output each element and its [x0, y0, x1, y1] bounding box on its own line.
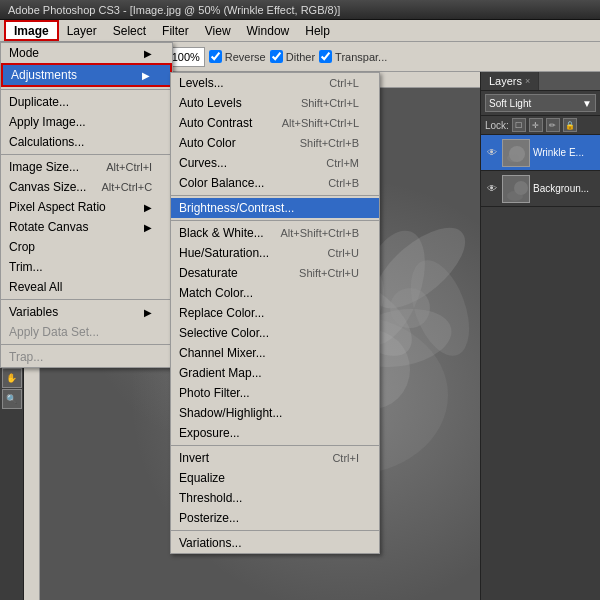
menu-image[interactable]: Image: [4, 20, 59, 41]
menu-entry-pixel-aspect[interactable]: Pixel Aspect Ratio ▶: [1, 197, 172, 217]
submenu-selective-color[interactable]: Selective Color...: [171, 323, 379, 343]
menu-entry-image-size[interactable]: Image Size... Alt+Ctrl+I: [1, 157, 172, 177]
menu-entry-variables[interactable]: Variables ▶: [1, 302, 172, 322]
submenu-invert[interactable]: Invert Ctrl+I: [171, 448, 379, 468]
auto-color-shortcut: Shift+Ctrl+B: [300, 137, 359, 149]
blend-dropdown-arrow: ▼: [582, 98, 592, 109]
submenu-sep-3: [171, 445, 379, 446]
mode-arrow-icon: ▶: [144, 48, 152, 59]
lock-icon-paint[interactable]: ✏: [546, 118, 560, 132]
menu-entry-reveal-all[interactable]: Reveal All: [1, 277, 172, 297]
menu-sep-3: [1, 299, 172, 300]
submenu-black-white[interactable]: Black & White... Alt+Shift+Ctrl+B: [171, 223, 379, 243]
transparency-checkbox[interactable]: [319, 50, 332, 63]
menu-layer[interactable]: Layer: [59, 20, 105, 41]
submenu-threshold[interactable]: Threshold...: [171, 488, 379, 508]
submenu-replace-color[interactable]: Replace Color...: [171, 303, 379, 323]
submenu-equalize[interactable]: Equalize: [171, 468, 379, 488]
submenu-hue-saturation[interactable]: Hue/Saturation... Ctrl+U: [171, 243, 379, 263]
menu-sep-1: [1, 89, 172, 90]
submenu-photo-filter[interactable]: Photo Filter...: [171, 383, 379, 403]
tool-zoom[interactable]: 🔍: [2, 389, 22, 409]
menu-entry-adjustments[interactable]: Adjustments ▶: [1, 63, 172, 87]
submenu-variations[interactable]: Variations...: [171, 533, 379, 553]
submenu-gradient-map[interactable]: Gradient Map...: [171, 363, 379, 383]
submenu-exposure[interactable]: Exposure...: [171, 423, 379, 443]
menu-view[interactable]: View: [197, 20, 239, 41]
submenu-curves[interactable]: Curves... Ctrl+M: [171, 153, 379, 173]
lock-icon-move[interactable]: ✛: [529, 118, 543, 132]
color-balance-shortcut: Ctrl+B: [328, 177, 359, 189]
layers-list: 👁 Wrinkle E... 👁: [481, 135, 600, 207]
submenu-channel-mixer[interactable]: Channel Mixer...: [171, 343, 379, 363]
invert-shortcut: Ctrl+I: [332, 452, 359, 464]
lock-bar: Lock: ☐ ✛ ✏ 🔒: [481, 116, 600, 135]
submenu-brightness-contrast[interactable]: Brightness/Contrast...: [171, 198, 379, 218]
submenu-auto-contrast[interactable]: Auto Contrast Alt+Shift+Ctrl+L: [171, 113, 379, 133]
desaturate-shortcut: Shift+Ctrl+U: [299, 267, 359, 279]
submenu-desaturate[interactable]: Desaturate Shift+Ctrl+U: [171, 263, 379, 283]
image-size-shortcut: Alt+Ctrl+I: [106, 161, 152, 173]
submenu-auto-levels[interactable]: Auto Levels Shift+Ctrl+L: [171, 93, 379, 113]
menu-entry-duplicate[interactable]: Duplicate...: [1, 92, 172, 112]
svg-point-13: [507, 154, 519, 162]
title-text: Adobe Photoshop CS3 - [Image.jpg @ 50% (…: [8, 4, 340, 16]
menu-bar: Image Layer Select Filter View Window He…: [0, 20, 600, 42]
menu-entry-mode[interactable]: Mode ▶: [1, 43, 172, 63]
submenu-sep-1: [171, 195, 379, 196]
submenu-match-color[interactable]: Match Color...: [171, 283, 379, 303]
layer-name-wrinkle: Wrinkle E...: [533, 147, 596, 158]
svg-point-16: [507, 191, 523, 201]
transparency-checkbox-group: Transpar...: [319, 50, 387, 63]
submenu-shadow-highlight[interactable]: Shadow/Highlight...: [171, 403, 379, 423]
lock-icon-checkbox[interactable]: ☐: [512, 118, 526, 132]
dither-checkbox[interactable]: [270, 50, 283, 63]
lock-icon-all[interactable]: 🔒: [563, 118, 577, 132]
tab-layers[interactable]: Layers ×: [481, 72, 539, 90]
svg-point-7: [399, 252, 480, 363]
adjustments-submenu: Levels... Ctrl+L Auto Levels Shift+Ctrl+…: [170, 72, 380, 554]
black-white-shortcut: Alt+Shift+Ctrl+B: [280, 227, 359, 239]
menu-entry-canvas-size[interactable]: Canvas Size... Alt+Ctrl+C: [1, 177, 172, 197]
layer-eye-wrinkle[interactable]: 👁: [485, 146, 499, 160]
rotate-canvas-arrow-icon: ▶: [144, 222, 152, 233]
reverse-checkbox[interactable]: [209, 50, 222, 63]
submenu-color-balance[interactable]: Color Balance... Ctrl+B: [171, 173, 379, 193]
submenu-posterize[interactable]: Posterize...: [171, 508, 379, 528]
menu-entry-apply-image[interactable]: Apply Image...: [1, 112, 172, 132]
submenu-auto-color[interactable]: Auto Color Shift+Ctrl+B: [171, 133, 379, 153]
tool-hand[interactable]: ✋: [2, 368, 22, 388]
auto-contrast-shortcut: Alt+Shift+Ctrl+L: [282, 117, 359, 129]
layer-thumb-wrinkle: [502, 139, 530, 167]
image-menu: Mode ▶ Adjustments ▶ Duplicate... Apply …: [0, 42, 173, 368]
layer-item-wrinkle[interactable]: 👁 Wrinkle E...: [481, 135, 600, 171]
menu-select[interactable]: Select: [105, 20, 154, 41]
hue-saturation-shortcut: Ctrl+U: [328, 247, 359, 259]
blend-mode-bar: Soft Light ▼: [481, 91, 600, 116]
right-panel: Layers × Soft Light ▼ Lock: ☐ ✛ ✏ 🔒: [480, 72, 600, 600]
layer-name-background: Backgroun...: [533, 183, 596, 194]
svg-point-10: [390, 288, 430, 328]
menu-sep-4: [1, 344, 172, 345]
submenu-levels[interactable]: Levels... Ctrl+L: [171, 73, 379, 93]
layer-item-background[interactable]: 👁 Backgroun...: [481, 171, 600, 207]
tab-close-icon[interactable]: ×: [525, 76, 530, 86]
blend-mode-dropdown[interactable]: Soft Light ▼: [485, 94, 596, 112]
variables-arrow-icon: ▶: [144, 307, 152, 318]
layer-eye-background[interactable]: 👁: [485, 182, 499, 196]
menu-help[interactable]: Help: [297, 20, 338, 41]
menu-entry-calculations[interactable]: Calculations...: [1, 132, 172, 152]
submenu-sep-2: [171, 220, 379, 221]
curves-shortcut: Ctrl+M: [326, 157, 359, 169]
submenu-sep-4: [171, 530, 379, 531]
menu-entry-trim[interactable]: Trim...: [1, 257, 172, 277]
dither-checkbox-group: Dither: [270, 50, 315, 63]
menu-filter[interactable]: Filter: [154, 20, 197, 41]
menu-window[interactable]: Window: [239, 20, 298, 41]
auto-levels-shortcut: Shift+Ctrl+L: [301, 97, 359, 109]
layers-tab-bar: Layers ×: [481, 72, 600, 91]
menu-entry-trap: Trap...: [1, 347, 172, 367]
menu-entry-crop[interactable]: Crop: [1, 237, 172, 257]
menu-entry-rotate-canvas[interactable]: Rotate Canvas ▶: [1, 217, 172, 237]
menu-entry-apply-data-set: Apply Data Set...: [1, 322, 172, 342]
